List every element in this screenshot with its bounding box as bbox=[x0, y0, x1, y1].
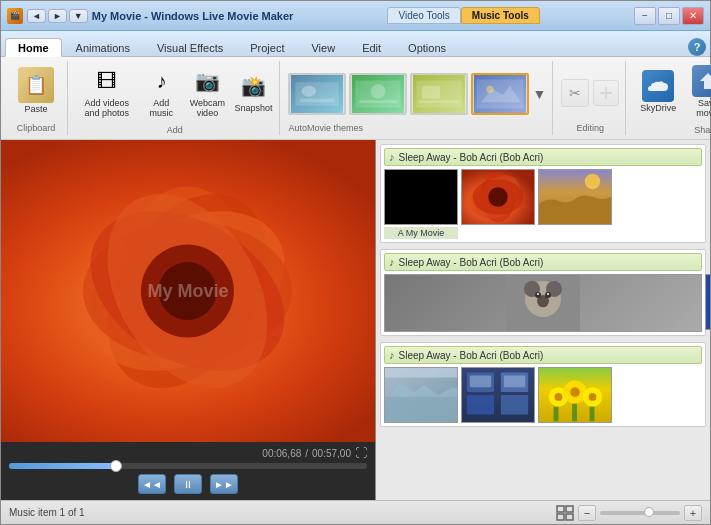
clip-group-3: ♪ Sleep Away - Bob Acri (Bob Acri) bbox=[380, 342, 706, 427]
titlebar-nav: ◄ ► ▼ bbox=[27, 9, 88, 23]
video-preview: My Movie bbox=[1, 140, 375, 442]
snapshot-button[interactable]: 📸 Snapshot bbox=[233, 66, 273, 118]
clip-group-2-header: ♪ Sleep Away - Bob Acri (Bob Acri) bbox=[384, 253, 702, 271]
help-button[interactable]: ? bbox=[688, 38, 706, 56]
maximize-button[interactable]: □ bbox=[658, 7, 680, 25]
tab-home[interactable]: Home bbox=[5, 38, 62, 57]
nav-back-button[interactable]: ◄ bbox=[27, 9, 46, 23]
music-note-icon-3: ♪ bbox=[389, 349, 395, 361]
add-videos-button[interactable]: 🎞 Add videos and photos bbox=[76, 61, 137, 123]
theme-4[interactable] bbox=[471, 73, 529, 115]
status-bar: Music item 1 of 1 − + bbox=[1, 500, 710, 524]
clip-thumb-office[interactable] bbox=[461, 367, 535, 423]
svg-point-39 bbox=[537, 293, 539, 295]
tab-edit[interactable]: Edit bbox=[349, 38, 394, 56]
snapshot-label: Snapshot bbox=[234, 104, 272, 114]
time-separator: / bbox=[305, 448, 308, 459]
share-group-content: SkyDrive Save movie Sign in bbox=[634, 61, 711, 123]
editing-group: ✂ Editing bbox=[555, 61, 626, 135]
theme-1[interactable] bbox=[288, 73, 346, 115]
playback-controls: ◄◄ ⏸ ►► bbox=[9, 472, 367, 496]
zoom-slider[interactable] bbox=[600, 511, 680, 515]
paste-button[interactable]: 📋 Paste bbox=[11, 63, 61, 119]
status-text: Music item 1 of 1 bbox=[9, 507, 85, 518]
zoom-slider-thumb bbox=[644, 507, 654, 517]
save-movie-icon bbox=[692, 65, 711, 97]
clip-thumb-flowers2[interactable] bbox=[538, 367, 612, 423]
clip-thumb-desert[interactable] bbox=[538, 169, 612, 225]
svg-rect-78 bbox=[470, 376, 491, 388]
save-movie-button[interactable]: Save movie bbox=[686, 61, 711, 123]
clip-thumb-softonic[interactable]: ⭐ softonic download & review free softwa… bbox=[705, 274, 710, 330]
snapshot-icon: 📸 bbox=[237, 70, 269, 102]
music-note-icon-1: ♪ bbox=[389, 151, 395, 163]
webcam-video-button[interactable]: 📷 Webcam video bbox=[185, 61, 229, 123]
svg-rect-11 bbox=[420, 100, 458, 103]
preview-time-display: 00:06,68 / 00:57,00 ⛶ bbox=[9, 446, 367, 460]
share-group: SkyDrive Save movie Sign in bbox=[628, 61, 711, 135]
tab-video-tools[interactable]: Video Tools bbox=[387, 7, 460, 24]
nav-forward-button[interactable]: ► bbox=[48, 9, 67, 23]
svg-point-85 bbox=[570, 387, 580, 397]
add-music-button[interactable]: ♪ Add music bbox=[141, 61, 181, 123]
tab-project[interactable]: Project bbox=[237, 38, 297, 56]
nav-dropdown-button[interactable]: ▼ bbox=[69, 9, 88, 23]
save-movie-label: Save movie bbox=[692, 99, 711, 119]
clip-thumb-koala[interactable] bbox=[384, 274, 702, 332]
theme-2[interactable] bbox=[349, 73, 407, 115]
progress-fill bbox=[9, 463, 116, 469]
main-content: My Movie 00:06,68 / 00:57,00 ⛶ ◄◄ ⏸ ►► bbox=[1, 140, 710, 500]
ribbon-tab-bar: Home Animations Visual Effects Project V… bbox=[1, 31, 710, 57]
progress-bar[interactable] bbox=[9, 463, 367, 469]
clipboard-group: 📋 Paste Clipboard bbox=[5, 61, 68, 135]
ribbon-content: 📋 Paste Clipboard 🎞 Add videos and photo… bbox=[1, 57, 710, 139]
zoom-in-button[interactable]: + bbox=[684, 505, 702, 521]
app-icon: 🎬 bbox=[7, 8, 23, 24]
paste-icon: 📋 bbox=[18, 67, 54, 103]
themes-scroll-button[interactable]: ▼ bbox=[532, 86, 546, 102]
zoom-out-button[interactable]: − bbox=[578, 505, 596, 521]
progress-thumb bbox=[110, 460, 122, 472]
clip-thumb-interior[interactable] bbox=[384, 367, 458, 423]
svg-rect-10 bbox=[422, 86, 440, 99]
tool-tabs: Video Tools Music Tools bbox=[387, 7, 539, 24]
clip-group-1-title: Sleep Away - Bob Acri (Bob Acri) bbox=[399, 152, 544, 163]
add-group-label: Add bbox=[167, 125, 183, 137]
tab-visual-effects[interactable]: Visual Effects bbox=[144, 38, 236, 56]
timeline-scroll[interactable]: ♪ Sleep Away - Bob Acri (Bob Acri) bbox=[376, 140, 710, 500]
titlebar-left: 🎬 ◄ ► ▼ My Movie - Windows Live Movie Ma… bbox=[7, 8, 293, 24]
cut-button: ✂ bbox=[561, 79, 589, 107]
fast-forward-button[interactable]: ►► bbox=[210, 474, 238, 494]
theme-3[interactable] bbox=[410, 73, 468, 115]
clip-group-3-title: Sleep Away - Bob Acri (Bob Acri) bbox=[399, 350, 544, 361]
clip-thumb-black[interactable] bbox=[384, 169, 458, 225]
ribbon: Home Animations Visual Effects Project V… bbox=[1, 31, 710, 140]
fullscreen-button[interactable]: ⛶ bbox=[355, 446, 367, 460]
fit-controls bbox=[556, 505, 574, 521]
minimize-button[interactable]: − bbox=[634, 7, 656, 25]
svg-rect-89 bbox=[590, 407, 595, 422]
clipboard-group-content: 📋 Paste bbox=[11, 61, 61, 121]
close-button[interactable]: ✕ bbox=[682, 7, 704, 25]
status-right: − + bbox=[556, 505, 702, 521]
rewind-button[interactable]: ◄◄ bbox=[138, 474, 166, 494]
titlebar: 🎬 ◄ ► ▼ My Movie - Windows Live Movie Ma… bbox=[1, 1, 710, 31]
skydrive-button[interactable]: SkyDrive bbox=[634, 66, 682, 118]
webcam-label: Webcam video bbox=[190, 99, 225, 119]
tab-options[interactable]: Options bbox=[395, 38, 459, 56]
tab-view[interactable]: View bbox=[298, 38, 348, 56]
tab-music-tools[interactable]: Music Tools bbox=[461, 7, 540, 24]
total-time: 00:57,00 bbox=[312, 448, 351, 459]
svg-rect-72 bbox=[385, 368, 457, 378]
clip-group-1-thumbs bbox=[384, 169, 702, 225]
clip-thumb-flower[interactable] bbox=[461, 169, 535, 225]
tab-animations[interactable]: Animations bbox=[63, 38, 143, 56]
add-music-label: Add music bbox=[147, 99, 175, 119]
clip-group-3-thumbs bbox=[384, 367, 702, 423]
svg-rect-77 bbox=[501, 395, 528, 414]
svg-point-29 bbox=[488, 187, 507, 206]
theme-list: ▼ bbox=[288, 61, 546, 123]
svg-rect-91 bbox=[566, 506, 573, 512]
pause-button[interactable]: ⏸ bbox=[174, 474, 202, 494]
automovie-label: AutoMovie themes bbox=[288, 123, 546, 135]
